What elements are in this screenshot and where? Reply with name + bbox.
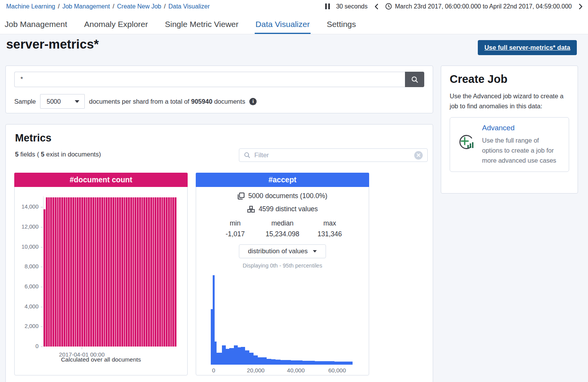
doc-count-bar	[55, 197, 57, 347]
hist-x-axis-tick-label: 20,000	[247, 367, 265, 374]
doc-count-bar	[141, 197, 143, 347]
advanced-link[interactable]: Advanced	[482, 124, 558, 132]
doc-count-bar	[81, 197, 83, 347]
search-panel: Sample 5000 documents per shard from a t…	[5, 66, 433, 113]
doc-count-bar	[61, 197, 63, 347]
search-button[interactable]	[405, 72, 424, 87]
distribution-bar	[291, 360, 297, 365]
y-axis-tick-label: 2,000	[15, 323, 39, 329]
y-axis-tick-label: 4,000	[15, 303, 39, 310]
doc-count-bar	[52, 197, 54, 347]
filter-search-icon	[244, 152, 250, 158]
doc-count-bar	[153, 197, 155, 347]
info-icon[interactable]: i	[249, 98, 257, 105]
doc-count-bar	[163, 197, 165, 347]
breadcrumb-separator: /	[55, 3, 62, 10]
doc-count-bar	[50, 197, 52, 347]
distribution-bar	[308, 361, 315, 365]
doc-count-bar	[90, 197, 92, 347]
sample-size-select[interactable]: 5000	[40, 94, 85, 109]
distribution-bar	[238, 347, 241, 365]
chart-type-select[interactable]: distribution of values	[239, 244, 326, 258]
distribution-bar	[249, 353, 254, 365]
min-value: -1,017	[212, 230, 259, 238]
doc-count-bar	[72, 197, 74, 347]
doc-count-bar	[64, 197, 66, 347]
doc-count-bar	[119, 197, 121, 347]
sample-description: documents per shard from a total of 9059…	[89, 98, 245, 105]
chevron-right-icon[interactable]	[578, 3, 583, 10]
y-axis-tick-label: 6,000	[15, 283, 39, 289]
clear-filter-icon[interactable]: ✕	[414, 151, 423, 160]
y-axis-tick-label: 14,000	[15, 204, 39, 210]
y-axis-tick-label: 10,000	[15, 244, 39, 250]
advanced-job-card[interactable]: Advanced Use the full range of options t…	[450, 117, 569, 172]
doc-count-bar	[159, 197, 161, 347]
breadcrumb-separator: /	[110, 3, 117, 10]
doc-count-bar	[75, 197, 77, 347]
metrics-heading: Metrics	[15, 132, 52, 144]
fields-summary: 5 fields ( 5 exist in documents)	[15, 151, 101, 158]
documents-icon	[237, 192, 245, 200]
distribution-bar	[281, 360, 286, 365]
sample-label: Sample	[14, 98, 36, 105]
chevron-left-icon[interactable]	[374, 3, 379, 10]
breadcrumb-item-machine-learning[interactable]: Machine Learning	[6, 3, 55, 10]
sample-size-row: Sample 5000 documents per shard from a t…	[14, 94, 257, 109]
doc-count-bar	[88, 197, 90, 347]
distribution-bar	[245, 350, 249, 365]
y-axis-tick-label: 12,000	[15, 224, 39, 230]
pause-icon[interactable]	[325, 3, 330, 9]
tab-data-visualizer[interactable]: Data Visualizer	[255, 20, 311, 34]
search-input[interactable]	[14, 72, 405, 87]
accept-distribution-chart	[211, 275, 353, 365]
distribution-bar	[222, 345, 226, 365]
document-count-card-title: #document count	[14, 173, 188, 187]
distribution-bar	[276, 360, 281, 365]
hist-x-axis-tick-label: 0	[212, 367, 215, 374]
time-bar: 30 seconds March 23rd 2017, 06:00:00.000…	[325, 3, 583, 10]
doc-count-bar	[66, 197, 68, 347]
refresh-interval[interactable]: 30 seconds	[336, 3, 368, 10]
distribution-bar	[328, 361, 334, 365]
doc-count-bar	[143, 197, 145, 347]
breadcrumb-item-create-new-job[interactable]: Create New Job	[117, 3, 161, 10]
doc-count-bar	[92, 197, 94, 347]
doc-count-bar	[86, 197, 88, 347]
tab-single-metric-viewer[interactable]: Single Metric Viewer	[164, 20, 239, 34]
advanced-job-icon	[457, 124, 475, 165]
doc-count-bar	[161, 197, 163, 347]
doc-count-bar	[134, 197, 136, 347]
filter-input[interactable]	[254, 151, 410, 159]
doc-count-bar	[115, 197, 117, 347]
use-full-data-button[interactable]: Use full server-metrics* data	[478, 40, 577, 55]
doc-count-bar	[155, 197, 156, 347]
doc-count-bar	[137, 197, 139, 347]
document-count-card: #document count 02,0004,0006,0008,00010,…	[14, 173, 188, 375]
accept-card-title: #accept	[196, 173, 369, 187]
breadcrumb-item-job-management[interactable]: Job Management	[62, 3, 110, 10]
doc-count-bar	[108, 197, 110, 347]
breadcrumb-item-data-visualizer[interactable]: Data Visualizer	[168, 3, 210, 10]
doc-count-bar	[175, 197, 176, 347]
distribution-bar	[226, 349, 229, 365]
distribution-bar	[302, 361, 308, 365]
tab-settings[interactable]: Settings	[326, 20, 357, 34]
doc-count-bar	[44, 209, 45, 347]
y-axis-tick-label: 8,000	[15, 263, 39, 269]
time-range-picker[interactable]: March 23rd 2017, 06:00:00.000 to April 2…	[385, 3, 572, 10]
distribution-bar	[334, 362, 341, 365]
doc-count-bar	[148, 197, 150, 347]
filter-field: ✕	[239, 148, 428, 162]
doc-count-bar	[150, 197, 152, 347]
doc-count-bar	[146, 197, 148, 347]
sample-size-value: 5000	[47, 98, 61, 105]
doc-count-bar	[133, 197, 134, 347]
distribution-bar	[286, 360, 291, 365]
tab-anomaly-explorer[interactable]: Anomaly Explorer	[83, 20, 149, 34]
distribution-bar	[342, 362, 349, 365]
page-title: server-metrics*	[6, 37, 99, 52]
distribution-bar	[241, 347, 245, 365]
tab-job-management[interactable]: Job Management	[4, 20, 68, 34]
distribution-bar	[297, 360, 302, 365]
